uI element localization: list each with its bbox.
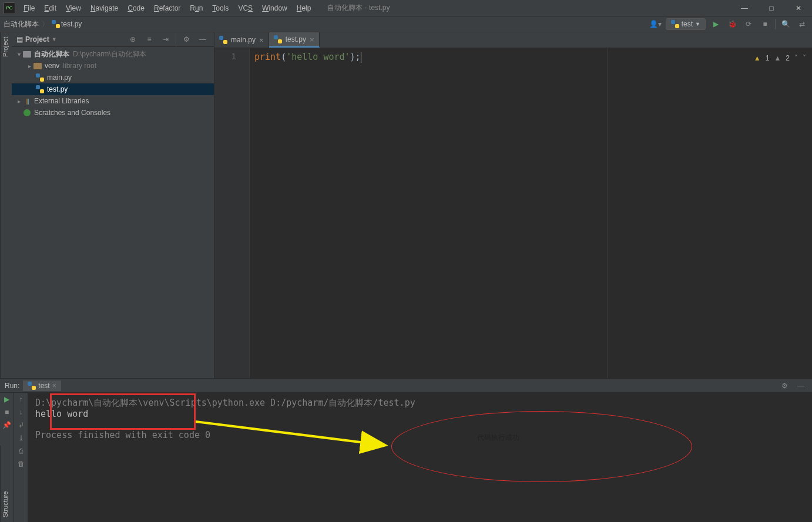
tree-file-main[interactable]: main.py bbox=[12, 72, 214, 83]
editor-tab-main[interactable]: main.py × bbox=[214, 32, 269, 48]
folder-icon bbox=[33, 63, 42, 69]
project-icon: ▤ bbox=[16, 35, 23, 43]
code-paren-open: ( bbox=[281, 52, 286, 62]
editor-tab-main-label: main.py bbox=[231, 36, 256, 44]
trash-icon[interactable]: 🗑 bbox=[18, 460, 25, 468]
sidebar-tab-structure[interactable]: Structure bbox=[0, 446, 12, 522]
close-icon[interactable]: × bbox=[259, 36, 264, 45]
console-program-output: hello word bbox=[35, 409, 805, 419]
tree-scratches[interactable]: Scratches and Consoles bbox=[12, 107, 214, 119]
editor-body[interactable]: 1 print('hello word'); ▲1 ▲2 ˄ ˅ bbox=[214, 48, 812, 378]
run-config-name: test bbox=[682, 20, 693, 28]
prev-highlight-icon[interactable]: ˄ bbox=[794, 54, 798, 62]
tree-root-label: 自动化脚本 bbox=[34, 49, 69, 59]
menu-edit[interactable]: Edit bbox=[39, 2, 61, 15]
folder-icon bbox=[23, 51, 31, 58]
expand-arrow-icon[interactable]: ▸ bbox=[15, 98, 22, 105]
debug-button[interactable]: 🐞 bbox=[726, 18, 739, 31]
tree-external-libraries[interactable]: ▸ ||| External Libraries bbox=[12, 95, 214, 107]
run-tab-label: test bbox=[38, 382, 49, 390]
stop-button[interactable]: ■ bbox=[759, 18, 771, 31]
libraries-icon: ||| bbox=[22, 97, 32, 105]
breadcrumb-root[interactable]: 自动化脚本 bbox=[4, 19, 39, 29]
close-button[interactable]: ✕ bbox=[785, 0, 812, 16]
add-user-icon[interactable]: 👤▾ bbox=[649, 18, 662, 31]
gutter: 1 bbox=[214, 48, 250, 378]
editor-tab-test[interactable]: test.py × bbox=[269, 32, 320, 48]
tree-root[interactable]: ▾ 自动化脚本 D:\pycharm\自动化脚本 bbox=[12, 48, 214, 60]
menu-file[interactable]: File bbox=[19, 2, 39, 15]
menu-bar: File Edit View Navigate Code Refactor Ru… bbox=[19, 2, 316, 15]
console-output[interactable]: D:\pycharm\自动化脚本\venv\Scripts\python.exe… bbox=[28, 393, 812, 522]
chevron-down-icon[interactable]: ▼ bbox=[52, 36, 57, 42]
warning-count-2: 2 bbox=[786, 54, 790, 62]
search-everywhere-icon[interactable]: 🔍 bbox=[779, 18, 792, 31]
expand-arrow-icon[interactable]: ▾ bbox=[15, 51, 22, 58]
gear-icon[interactable] bbox=[180, 33, 193, 46]
menu-navigate[interactable]: Navigate bbox=[86, 2, 123, 15]
rerun-button[interactable]: ▶ bbox=[4, 395, 9, 403]
warning-count-1: 1 bbox=[766, 54, 770, 62]
minimize-button[interactable]: — bbox=[731, 0, 758, 16]
run-panel: Run: test × — ▶ ■ 📌 ↑ ↓ ↲ ⤓ ⎙ 🗑 D:\pycha… bbox=[0, 378, 812, 522]
print-icon[interactable]: ⎙ bbox=[19, 447, 23, 455]
run-tab[interactable]: test × bbox=[23, 380, 61, 391]
coverage-button[interactable]: ⟳ bbox=[742, 18, 755, 31]
sidebar-tab-project[interactable]: Project bbox=[0, 32, 12, 378]
locate-icon[interactable]: ⊕ bbox=[126, 33, 139, 46]
next-highlight-icon[interactable]: ˅ bbox=[803, 54, 806, 62]
margin-ruler bbox=[607, 48, 608, 378]
gear-icon[interactable] bbox=[778, 379, 791, 392]
close-icon[interactable]: × bbox=[310, 35, 314, 44]
editor-tab-test-label: test.py bbox=[286, 35, 306, 43]
tree-scratches-label: Scratches and Consoles bbox=[34, 109, 110, 117]
menu-run[interactable]: Run bbox=[185, 2, 207, 15]
soft-wrap-icon[interactable]: ↲ bbox=[18, 421, 24, 429]
project-tree: ▾ 自动化脚本 D:\pycharm\自动化脚本 ▸ venv library … bbox=[12, 47, 214, 119]
run-panel-header: Run: test × — bbox=[0, 379, 812, 393]
code-fn: print bbox=[254, 52, 281, 62]
menu-tools[interactable]: Tools bbox=[207, 2, 233, 15]
editor-inspection-marks[interactable]: ▲1 ▲2 ˄ ˅ bbox=[754, 54, 806, 62]
updates-icon[interactable]: ⇄ bbox=[796, 18, 808, 31]
menu-help[interactable]: Help bbox=[292, 2, 316, 15]
menu-refactor[interactable]: Refactor bbox=[149, 2, 185, 15]
code-area[interactable]: print('hello word'); bbox=[250, 48, 812, 378]
python-file-icon bbox=[219, 36, 227, 44]
warning-icon: ▲ bbox=[774, 54, 781, 62]
collapse-all-icon[interactable]: ⇥ bbox=[159, 33, 172, 46]
menu-window[interactable]: Window bbox=[257, 2, 292, 15]
tree-file-test[interactable]: test.py bbox=[12, 83, 214, 95]
expand-all-icon[interactable]: ≡ bbox=[143, 33, 156, 46]
breadcrumb: 自动化脚本 〉 test.py bbox=[4, 19, 82, 29]
maximize-button[interactable]: □ bbox=[758, 0, 785, 16]
python-file-icon bbox=[274, 35, 282, 43]
python-file-icon bbox=[36, 85, 44, 93]
cursor bbox=[361, 52, 361, 63]
scroll-to-end-icon[interactable]: ⤓ bbox=[18, 434, 24, 442]
menu-code[interactable]: Code bbox=[123, 2, 149, 15]
tree-root-path: D:\pycharm\自动化脚本 bbox=[73, 49, 146, 59]
run-config-selector[interactable]: test ▼ bbox=[666, 18, 706, 30]
close-icon[interactable]: × bbox=[52, 382, 56, 390]
pin-icon[interactable]: 📌 bbox=[2, 421, 11, 429]
breadcrumb-separator-icon: 〉 bbox=[42, 19, 49, 29]
project-panel: ▤ Project ▼ ⊕ ≡ ⇥ — ▾ 自动化脚本 D:\pycharm\自… bbox=[12, 32, 214, 378]
hide-icon[interactable]: — bbox=[196, 33, 209, 46]
python-file-icon bbox=[36, 73, 44, 82]
stop-button[interactable]: ■ bbox=[5, 408, 9, 416]
run-toolbar-right: ↑ ↓ ↲ ⤓ ⎙ 🗑 bbox=[14, 393, 28, 522]
up-icon[interactable]: ↑ bbox=[19, 395, 23, 403]
chevron-down-icon: ▼ bbox=[695, 21, 700, 27]
run-button[interactable]: ▶ bbox=[709, 18, 722, 31]
expand-arrow-icon[interactable]: ▸ bbox=[26, 63, 33, 69]
menu-vcs[interactable]: VCS bbox=[233, 2, 257, 15]
menu-view[interactable]: View bbox=[61, 2, 86, 15]
tree-venv[interactable]: ▸ venv library root bbox=[12, 60, 214, 72]
separator bbox=[775, 19, 776, 29]
pycharm-logo-icon: PC bbox=[4, 2, 15, 14]
project-panel-title[interactable]: Project bbox=[25, 35, 49, 43]
breadcrumb-file[interactable]: test.py bbox=[61, 20, 82, 28]
down-icon[interactable]: ↓ bbox=[19, 408, 23, 416]
hide-icon[interactable]: — bbox=[794, 379, 807, 392]
